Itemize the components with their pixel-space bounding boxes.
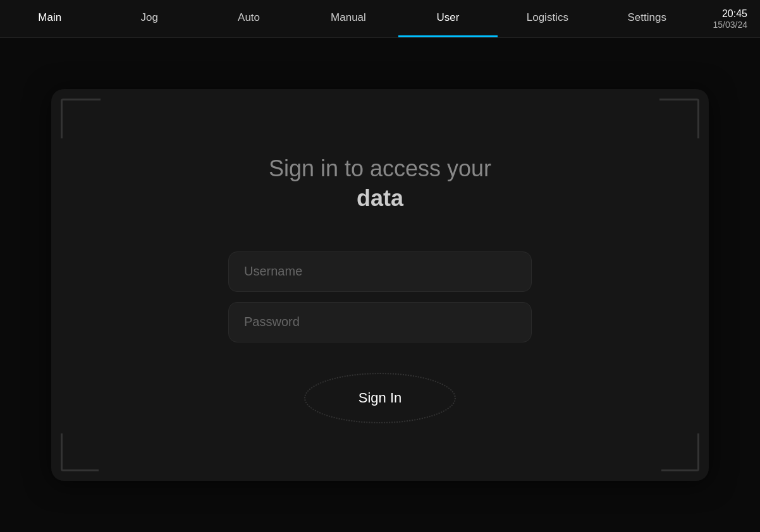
password-input[interactable] bbox=[228, 302, 532, 342]
signin-button[interactable]: Sign In bbox=[310, 380, 450, 416]
nav-item-auto[interactable]: Auto bbox=[199, 0, 298, 37]
nav-label-logistics: Logistics bbox=[527, 11, 568, 24]
nav-label-settings: Settings bbox=[628, 11, 666, 24]
username-input[interactable] bbox=[228, 251, 532, 292]
nav-item-main[interactable]: Main bbox=[0, 0, 99, 37]
nav-label-auto: Auto bbox=[238, 11, 260, 24]
corner-decoration-bl bbox=[61, 433, 99, 471]
nav-label-main: Main bbox=[38, 11, 61, 24]
nav-label-manual: Manual bbox=[331, 11, 366, 24]
login-card: Sign in to access your data Sign In bbox=[51, 89, 709, 481]
clock-display: 20:45 15/03/24 bbox=[697, 8, 760, 30]
input-group bbox=[228, 251, 532, 342]
nav-item-manual[interactable]: Manual bbox=[298, 0, 398, 37]
login-title: Sign in to access your data bbox=[269, 154, 491, 214]
corner-decoration-br bbox=[661, 433, 699, 471]
nav-item-jog[interactable]: Jog bbox=[99, 0, 199, 37]
nav-label-user: User bbox=[436, 11, 459, 24]
main-content: Sign in to access your data Sign In bbox=[0, 38, 760, 532]
nav-label-jog: Jog bbox=[140, 11, 157, 24]
login-title-part1: Sign in to access your bbox=[269, 155, 491, 181]
signin-button-inner: Sign In bbox=[310, 380, 450, 416]
clock-date: 15/03/24 bbox=[713, 20, 748, 30]
clock-time: 20:45 bbox=[722, 8, 747, 20]
login-title-part2: data bbox=[357, 185, 403, 211]
nav-items: Main Jog Auto Manual User Logistics Sett… bbox=[0, 0, 697, 37]
signin-button-label: Sign In bbox=[359, 390, 402, 406]
nav-item-logistics[interactable]: Logistics bbox=[498, 0, 597, 37]
navbar: Main Jog Auto Manual User Logistics Sett… bbox=[0, 0, 760, 38]
nav-item-settings[interactable]: Settings bbox=[598, 0, 697, 37]
nav-item-user[interactable]: User bbox=[398, 0, 498, 37]
